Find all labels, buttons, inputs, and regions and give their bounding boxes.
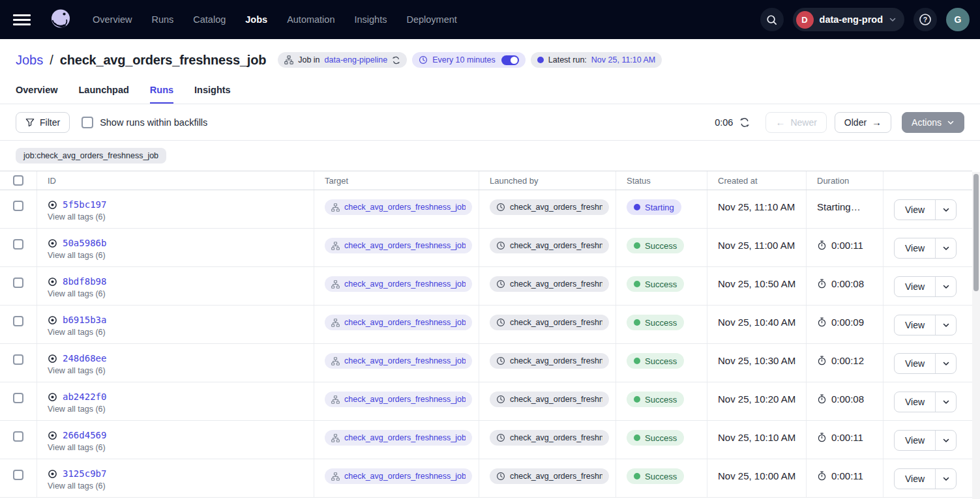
actions-cell: View <box>883 421 972 459</box>
column-header-status: Status <box>616 171 707 190</box>
launched-by-tag[interactable]: check_avg_orders_freshn… <box>490 430 609 446</box>
duration-cell: 0:00:11 <box>807 459 883 497</box>
nav-item[interactable]: Insights <box>354 14 387 25</box>
nav-item[interactable]: Deployment <box>406 14 456 25</box>
refresh-icon[interactable] <box>739 117 750 128</box>
view-button[interactable]: View <box>895 392 935 412</box>
actions-button[interactable]: Actions <box>902 112 964 133</box>
search-button[interactable] <box>760 8 784 31</box>
tab[interactable]: Insights <box>194 85 231 104</box>
view-all-tags-link[interactable]: View all tags (6) <box>48 289 106 298</box>
run-id-link[interactable]: 248d68ee <box>63 353 106 364</box>
target-tag[interactable]: check_avg_orders_freshness_job <box>325 468 472 484</box>
run-id-link[interactable]: ab2422f0 <box>63 392 106 402</box>
run-id-link[interactable]: 8bdf8b98 <box>63 276 106 287</box>
scrollbar-thumb[interactable] <box>973 174 979 291</box>
launched-by-tag[interactable]: check_avg_orders_freshn… <box>490 353 609 369</box>
run-id-link[interactable]: 3125c9b7 <box>63 468 106 479</box>
deployment-switcher[interactable]: D data-eng-prod <box>793 8 904 31</box>
launched-by-tag[interactable]: check_avg_orders_freshn… <box>490 468 609 484</box>
target-tag[interactable]: check_avg_orders_freshness_job <box>325 392 472 407</box>
tab[interactable]: Launchpad <box>79 85 129 104</box>
view-all-tags-link[interactable]: View all tags (6) <box>48 251 106 260</box>
chevron-down-icon <box>942 244 950 252</box>
newer-button[interactable]: ← Newer <box>765 112 826 133</box>
run-id-link[interactable]: 50a5986b <box>63 238 106 248</box>
view-dropdown-button[interactable] <box>936 200 956 220</box>
view-dropdown-button[interactable] <box>936 469 956 489</box>
help-button[interactable]: ? <box>913 8 937 31</box>
hamburger-menu-icon[interactable] <box>13 10 31 29</box>
nav-item[interactable]: Overview <box>93 14 132 25</box>
view-all-tags-link[interactable]: View all tags (6) <box>48 328 106 337</box>
row-checkbox[interactable] <box>13 470 23 480</box>
view-button[interactable]: View <box>895 277 935 296</box>
target-tag[interactable]: check_avg_orders_freshness_job <box>325 315 472 330</box>
view-button[interactable]: View <box>895 200 935 220</box>
older-button[interactable]: Older → <box>835 112 891 133</box>
launched-by-tag[interactable]: check_avg_orders_freshn… <box>490 392 609 407</box>
job-filter-tag[interactable]: job:check_avg_orders_freshness_job <box>16 148 166 164</box>
view-dropdown-button[interactable] <box>936 431 956 450</box>
nav-item[interactable]: Runs <box>151 14 173 25</box>
latest-run-link[interactable]: Nov 25, 11:10 AM <box>591 55 655 64</box>
select-all-checkbox[interactable] <box>13 175 23 186</box>
vertical-scrollbar[interactable] <box>972 172 980 499</box>
backfills-checkbox[interactable] <box>82 117 93 128</box>
nav-item[interactable]: Jobs <box>245 14 267 25</box>
code-location-link[interactable]: data-eng-pipeline <box>325 55 388 64</box>
row-checkbox[interactable] <box>13 431 23 442</box>
run-id-link[interactable]: b6915b3a <box>63 315 106 325</box>
row-checkbox[interactable] <box>13 393 23 403</box>
run-id-cell: 5f5bc197 View all tags (6) <box>37 190 314 228</box>
view-dropdown-button[interactable] <box>936 315 956 335</box>
reload-location-icon[interactable] <box>392 56 400 64</box>
row-checkbox[interactable] <box>13 278 23 288</box>
view-button[interactable]: View <box>895 315 935 335</box>
view-dropdown-button[interactable] <box>936 392 956 412</box>
column-header-target: Target <box>314 171 479 190</box>
launched-by-tag[interactable]: check_avg_orders_freshn… <box>490 315 609 330</box>
launched-by-tag[interactable]: check_avg_orders_freshn… <box>490 238 609 253</box>
run-row: 3125c9b7 View all tags (6) check_avg_ord… <box>0 459 972 498</box>
page-title: check_avg_orders_freshness_job <box>60 53 266 68</box>
schedule-toggle[interactable] <box>501 55 519 65</box>
filter-button[interactable]: Filter <box>16 112 70 133</box>
target-tag[interactable]: check_avg_orders_freshness_job <box>325 276 472 292</box>
status-badge: Success <box>627 276 684 292</box>
view-all-tags-link[interactable]: View all tags (6) <box>48 366 106 375</box>
tab[interactable]: Overview <box>16 85 58 104</box>
view-all-tags-link[interactable]: View all tags (6) <box>48 405 106 414</box>
run-id-link[interactable]: 5f5bc197 <box>63 199 106 210</box>
view-all-tags-link[interactable]: View all tags (6) <box>48 481 106 491</box>
breadcrumb-jobs-link[interactable]: Jobs <box>16 53 43 68</box>
status-dot-icon <box>634 319 640 326</box>
run-id-link[interactable]: 266d4569 <box>63 430 106 440</box>
view-all-tags-link[interactable]: View all tags (6) <box>48 443 106 452</box>
target-tag[interactable]: check_avg_orders_freshness_job <box>325 199 472 215</box>
view-dropdown-button[interactable] <box>936 354 956 373</box>
view-button[interactable]: View <box>895 238 935 258</box>
dagster-logo-icon[interactable] <box>47 6 74 33</box>
view-button[interactable]: View <box>895 469 935 489</box>
status-badge: Starting <box>627 199 681 215</box>
view-all-tags-link[interactable]: View all tags (6) <box>48 212 106 221</box>
view-dropdown-button[interactable] <box>936 238 956 258</box>
view-split-button: View <box>894 468 957 489</box>
row-checkbox[interactable] <box>13 239 23 250</box>
view-dropdown-button[interactable] <box>936 277 956 296</box>
launched-by-tag[interactable]: check_avg_orders_freshn… <box>490 199 609 215</box>
launched-by-tag[interactable]: check_avg_orders_freshn… <box>490 276 609 292</box>
row-checkbox[interactable] <box>13 316 23 326</box>
view-button[interactable]: View <box>895 354 935 373</box>
tab[interactable]: Runs <box>150 85 173 104</box>
row-checkbox[interactable] <box>13 354 23 365</box>
nav-item[interactable]: Automation <box>287 14 334 25</box>
target-tag[interactable]: check_avg_orders_freshness_job <box>325 238 472 253</box>
nav-item[interactable]: Catalog <box>193 14 226 25</box>
target-tag[interactable]: check_avg_orders_freshness_job <box>325 430 472 446</box>
user-avatar[interactable]: G <box>946 8 970 31</box>
view-button[interactable]: View <box>895 431 935 450</box>
target-tag[interactable]: check_avg_orders_freshness_job <box>325 353 472 369</box>
row-checkbox[interactable] <box>13 201 23 211</box>
